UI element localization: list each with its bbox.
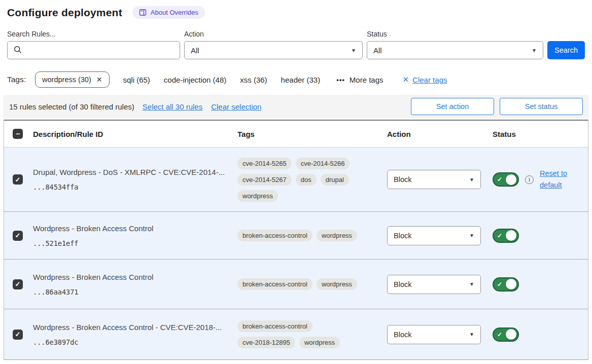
rule-description: Wordpress - Broken Access Control xyxy=(33,273,233,281)
row-action-select[interactable]: Block ▼ xyxy=(387,325,481,344)
status-filter-select[interactable]: All ▼ xyxy=(367,41,543,59)
search-icon xyxy=(14,46,22,55)
more-tags-label: More tags xyxy=(350,76,384,84)
row-action-select[interactable]: Block ▼ xyxy=(387,226,481,245)
caret-down-icon: ▼ xyxy=(469,332,474,337)
check-icon: ✓ xyxy=(15,232,21,239)
tag-pill: wordpress xyxy=(317,278,357,290)
tag-pill: cve-2014-5267 xyxy=(237,174,292,186)
rule-description: Wordpress - Broken Access Control - CVE:… xyxy=(33,323,233,332)
rule-tags: broken-access-control wordpress xyxy=(233,230,371,241)
tag-pill: dos xyxy=(296,174,317,186)
rule-tags: broken-access-control cve-2018-12895 wor… xyxy=(233,320,371,348)
tag-pill: drupal xyxy=(321,174,349,186)
selected-tag-label: wordpress (30) xyxy=(42,76,91,84)
tag-pill: broken-access-control xyxy=(237,278,312,290)
about-overrides-badge[interactable]: About Overrides xyxy=(132,6,205,19)
action-filter-select[interactable]: All ▼ xyxy=(184,41,363,59)
remove-tag-icon[interactable]: ✕ xyxy=(96,76,102,84)
action-filter-value: All xyxy=(191,46,199,55)
check-icon: ✓ xyxy=(15,331,21,338)
table-row: ✓ Wordpress - Broken Access Control - CV… xyxy=(4,309,588,359)
tag-pill: wordpress xyxy=(299,337,340,348)
tag-suggestion-header[interactable]: header (33) xyxy=(281,76,321,84)
caret-down-icon: ▼ xyxy=(532,48,537,53)
tag-suggestion-xss[interactable]: xss (36) xyxy=(240,76,267,84)
search-input[interactable] xyxy=(7,41,180,59)
column-header-description: Description/Rule ID xyxy=(28,130,233,138)
info-icon[interactable]: i xyxy=(525,175,534,184)
about-overrides-label: About Overrides xyxy=(151,9,198,16)
toggle-knob xyxy=(506,174,516,185)
status-toggle[interactable]: ✓ xyxy=(493,172,519,187)
rule-tags: cve-2014-5265 cve-2014-5266 cve-2014-526… xyxy=(233,158,371,202)
row-action-select[interactable]: Block ▼ xyxy=(387,275,481,294)
row-action-value: Block xyxy=(394,175,411,184)
check-icon: ✓ xyxy=(495,176,502,183)
toggle-knob xyxy=(506,329,516,340)
minus-icon: − xyxy=(16,130,20,138)
search-button[interactable]: Search xyxy=(547,41,585,59)
status-toggle[interactable]: ✓ xyxy=(493,327,519,342)
rules-table: − Description/Rule ID Tags Action Status… xyxy=(4,120,588,360)
row-checkbox[interactable]: ✓ xyxy=(13,330,23,340)
set-status-button[interactable]: Set status xyxy=(500,98,583,115)
reset-to-default-link[interactable]: Reset to default xyxy=(540,168,572,191)
page-title: Configure deployment xyxy=(7,7,122,19)
table-row: ✓ Wordpress - Broken Access Control ...5… xyxy=(4,212,588,260)
set-action-button[interactable]: Set action xyxy=(411,98,494,115)
rule-id: ...6e3897dc xyxy=(33,338,233,346)
rule-description: Wordpress - Broken Access Control xyxy=(33,224,233,233)
more-tags-button[interactable]: ••• More tags xyxy=(336,76,383,84)
check-icon: ✓ xyxy=(495,331,502,338)
select-all-checkbox[interactable]: − xyxy=(13,129,23,139)
status-filter-label: Status xyxy=(367,30,543,38)
check-icon: ✓ xyxy=(15,176,21,184)
configure-deployment-page: Configure deployment About Overrides Sea… xyxy=(0,0,592,360)
tag-pill: broken-access-control xyxy=(237,230,312,241)
row-checkbox[interactable]: ✓ xyxy=(13,231,23,241)
clear-tags-link[interactable]: ✕ Clear tags xyxy=(403,75,447,84)
rule-id: ...84534ffa xyxy=(33,183,233,191)
caret-down-icon: ▼ xyxy=(469,233,474,238)
tags-bar: Tags: wordpress (30) ✕ sqli (65) code-in… xyxy=(7,71,585,88)
search-label: Search Rules... xyxy=(7,30,180,38)
ellipsis-icon: ••• xyxy=(336,76,345,84)
table-row: ✓ Drupal, Wordpress - DoS - XMLRPC - CVE… xyxy=(4,148,588,212)
action-filter-field: Action All ▼ xyxy=(184,30,363,59)
check-icon: ✓ xyxy=(495,281,502,288)
caret-down-icon: ▼ xyxy=(351,48,356,53)
row-checkbox[interactable]: ✓ xyxy=(13,279,23,289)
row-checkbox[interactable]: ✓ xyxy=(13,174,23,185)
clear-selection-link[interactable]: Clear selection xyxy=(211,102,261,111)
close-icon: ✕ xyxy=(403,75,409,84)
column-header-action: Action xyxy=(382,130,488,138)
row-action-select[interactable]: Block ▼ xyxy=(387,170,481,189)
filters-bar: Search Rules... Action All ▼ xyxy=(7,30,585,59)
row-action-value: Block xyxy=(394,331,411,339)
column-header-status: Status xyxy=(488,130,588,138)
select-all-link[interactable]: Select all 30 rules xyxy=(143,102,202,111)
rule-description: Drupal, Wordpress - DoS - XMLRPC - CVE:C… xyxy=(33,168,233,176)
row-action-value: Block xyxy=(394,232,411,240)
book-icon xyxy=(139,9,147,16)
caret-down-icon: ▼ xyxy=(469,177,474,183)
check-icon: ✓ xyxy=(15,280,21,288)
tag-suggestion-code-injection[interactable]: code-injection (48) xyxy=(164,76,226,84)
check-icon: ✓ xyxy=(495,232,502,239)
status-toggle[interactable]: ✓ xyxy=(493,229,519,243)
status-toggle[interactable]: ✓ xyxy=(493,277,519,292)
title-row: Configure deployment About Overrides xyxy=(7,6,585,19)
selected-tag-chip[interactable]: wordpress (30) ✕ xyxy=(35,71,109,88)
clear-tags-label: Clear tags xyxy=(412,76,447,84)
tag-suggestion-sqli[interactable]: sqli (65) xyxy=(123,76,150,84)
tag-pill: wordpress xyxy=(317,230,357,241)
table-row: ✓ Wordpress - Broken Access Control ...8… xyxy=(4,260,588,309)
tag-pill: cve-2018-12895 xyxy=(237,337,295,348)
selection-bar: 15 rules selected (of 30 filtered rules)… xyxy=(3,95,589,118)
column-header-tags: Tags xyxy=(233,130,382,138)
rule-id: ...86aa4371 xyxy=(33,288,233,296)
tag-pill: cve-2014-5265 xyxy=(237,158,292,169)
table-header-row: − Description/Rule ID Tags Action Status xyxy=(4,121,588,148)
status-filter-field: Status All ▼ xyxy=(367,30,543,59)
